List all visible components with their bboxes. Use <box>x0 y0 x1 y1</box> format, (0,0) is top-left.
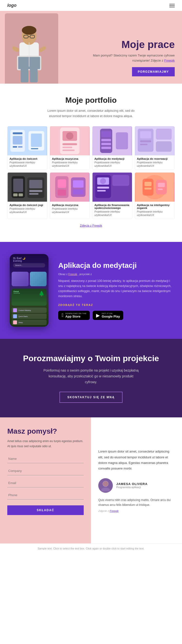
phone-screen: Hi, Eve! 🌙 Evening Search... Forest Brea… <box>10 254 49 327</box>
testimonial-info: JAMESA OLIVERA Programista aplikacji <box>116 482 147 489</box>
testimonial: JAMESA OLIVERA Programista aplikacji <box>98 478 175 493</box>
portfolio-thumbnail <box>50 126 90 155</box>
phone-item-3: Sleep <box>12 320 47 325</box>
footer-text: Sample text. Click to select the text bo… <box>5 547 177 550</box>
form-submit-button[interactable]: SKŁADAĆ <box>7 505 84 515</box>
hero-image <box>5 13 58 84</box>
portfolio-info: Aplikacja muzyczna Projektowanie interfe… <box>50 155 90 170</box>
svg-rect-32 <box>101 139 111 141</box>
portfolio-section: Moje portfolio Lorem ipsum dolor sit ame… <box>0 84 182 242</box>
portfolio-item[interactable]: Aplikacja muzyczna Projektowanie interfe… <box>50 172 90 219</box>
contact-description: Poinformuj nas o swoim pomyśle na projek… <box>43 368 139 385</box>
phone-evening: Evening <box>13 260 45 262</box>
portfolio-title: Moje portfolio <box>7 96 175 105</box>
portfolio-item[interactable]: Aplikacja do medytacji Projektowanie int… <box>92 126 132 170</box>
meditation-phone-mockup: Hi, Eve! 🌙 Evening Search... Forest Brea… <box>10 254 49 327</box>
thumb-image <box>92 126 132 155</box>
portfolio-thumbnail <box>8 126 47 155</box>
phone-greeting: Hi, Eve! 🌙 <box>13 257 45 260</box>
portfolio-info: Aplikacja muzyczna Projektowanie interfe… <box>50 202 90 216</box>
thumb-image <box>135 126 174 155</box>
idea-left-panel: Masz pomysł? Amet tellus cras adipiscing… <box>0 418 91 544</box>
svg-rect-55 <box>58 190 66 196</box>
contact-section: Porozmawiajmy o Twoim projekcie Poinform… <box>0 339 182 418</box>
portfolio-thumbnail <box>92 126 132 155</box>
testimonial-photo-credit: Zdjęcie z Freepik <box>98 510 175 512</box>
svg-rect-10 <box>21 68 28 82</box>
meditation-description: Nispand, stworzony z ponad 100-letniej w… <box>58 278 172 299</box>
svg-rect-45 <box>13 179 23 192</box>
svg-rect-65 <box>97 187 109 188</box>
portfolio-item[interactable]: Aplikacja do finansowania społecznościow… <box>92 172 132 219</box>
portfolio-item[interactable]: Aplikacja muzyczna Projektowanie interfe… <box>50 126 90 170</box>
svg-rect-15 <box>13 132 23 134</box>
svg-rect-73 <box>158 183 165 187</box>
svg-rect-39 <box>156 141 172 152</box>
footer: Sample text. Click to select the text bo… <box>0 544 182 553</box>
idea-description: Amet tellus cras adipiscing enim eu turp… <box>7 439 84 449</box>
svg-rect-50 <box>29 190 43 192</box>
svg-rect-54 <box>58 179 66 188</box>
portfolio-item[interactable]: Aplikacja do rezerwacji Projektowanie in… <box>135 126 175 170</box>
svg-rect-28 <box>63 150 75 151</box>
freepik-credit-link[interactable]: Zdjęcia z Freepik <box>80 224 102 227</box>
portfolio-item-name: Aplikacja do ćwiczeń jogi <box>10 204 45 206</box>
phone-forest-card: Forest Breathing 🌲 <box>12 289 47 306</box>
svg-rect-69 <box>143 179 154 196</box>
hero-title: Moje prace <box>90 39 175 50</box>
svg-rect-42 <box>140 144 147 145</box>
svg-rect-21 <box>31 148 38 149</box>
testimonial-role: Programista aplikacji <box>116 486 147 489</box>
hero-cta-button[interactable]: POROZMAWIAJMY <box>132 67 175 76</box>
app-store-name: App Store <box>65 314 86 318</box>
portfolio-item-category: Projektowanie interfejsu użytkownika/UX <box>137 161 172 168</box>
phone-input[interactable] <box>7 491 84 500</box>
portfolio-item-category: Projektowanie interfejsu użytkownika/UX <box>52 207 88 214</box>
hamburger-menu[interactable] <box>169 4 175 7</box>
portfolio-thumbnail <box>8 172 47 202</box>
svg-rect-71 <box>145 182 152 186</box>
company-input[interactable] <box>7 466 84 475</box>
testimonial-freepik-link[interactable]: Freepik <box>110 510 119 512</box>
idea-section: Masz pomysł? Amet tellus cras adipiscing… <box>0 418 182 544</box>
portfolio-thumbnail <box>135 172 174 202</box>
svg-rect-51 <box>29 193 39 195</box>
portfolio-item-category: Projektowanie interfejsu użytkownika/UX <box>10 207 45 214</box>
portfolio-item[interactable]: Aplikacja do ćwiczeń jogi Projektowanie … <box>7 172 47 219</box>
contact-button[interactable]: SKONTAKTUJ SIĘ ZE MNĄ <box>59 392 122 403</box>
svg-rect-61 <box>112 175 129 186</box>
portfolio-item-name: Aplikacja muzyczna <box>52 157 88 160</box>
play-store-badge[interactable]: ▶ GET IT ON Google Play <box>93 311 123 320</box>
svg-rect-74 <box>158 188 163 190</box>
svg-point-25 <box>66 132 74 140</box>
thumb-image <box>92 172 132 202</box>
portfolio-info: Aplikacja do ćwiczeń jogi Projektowanie … <box>8 202 47 216</box>
hero-content: Moje prace Mam pomysł? Stwórzmy razem Tw… <box>90 39 175 76</box>
testimonial-avatar <box>98 478 113 493</box>
thumb-image <box>50 172 90 202</box>
portfolio-description: Lorem ipsum dolor sit amet, consectetur … <box>45 108 137 119</box>
email-input[interactable] <box>7 479 84 488</box>
svg-rect-41 <box>140 140 151 142</box>
hero-freepik-link[interactable]: Freepik <box>164 59 175 62</box>
svg-rect-17 <box>13 146 17 148</box>
portfolio-info: Aplikacja do medytacji Projektowanie int… <box>92 155 132 170</box>
play-store-text: GET IT ON Google Play <box>102 312 120 318</box>
app-store-badge[interactable]:  Download on the App Store <box>58 311 90 320</box>
svg-rect-8 <box>12 46 20 52</box>
svg-rect-26 <box>63 143 77 145</box>
svg-rect-11 <box>30 68 38 82</box>
thumb-image <box>50 126 90 155</box>
portfolio-item-name: Aplikacja do ćwiczeń <box>10 157 45 160</box>
portfolio-thumbnail <box>50 172 90 202</box>
idea-title: Masz pomysł? <box>7 427 84 435</box>
name-input[interactable] <box>7 454 84 463</box>
portfolio-item[interactable]: Aplikacja na inteligentny zegarek Projek… <box>135 172 175 219</box>
testimonial-name: JAMESA OLIVERA <box>116 482 147 486</box>
portfolio-item[interactable]: Aplikacja do ćwiczeń Projektowanie inter… <box>7 126 47 170</box>
meditation-content: Aplikacja do medytacji Obraz z Freepik ,… <box>58 261 172 320</box>
phone-card-2 <box>30 272 47 286</box>
svg-rect-72 <box>145 188 152 190</box>
meditation-freepik-link[interactable]: Freepik <box>68 273 77 276</box>
hero-person-image <box>5 13 58 84</box>
